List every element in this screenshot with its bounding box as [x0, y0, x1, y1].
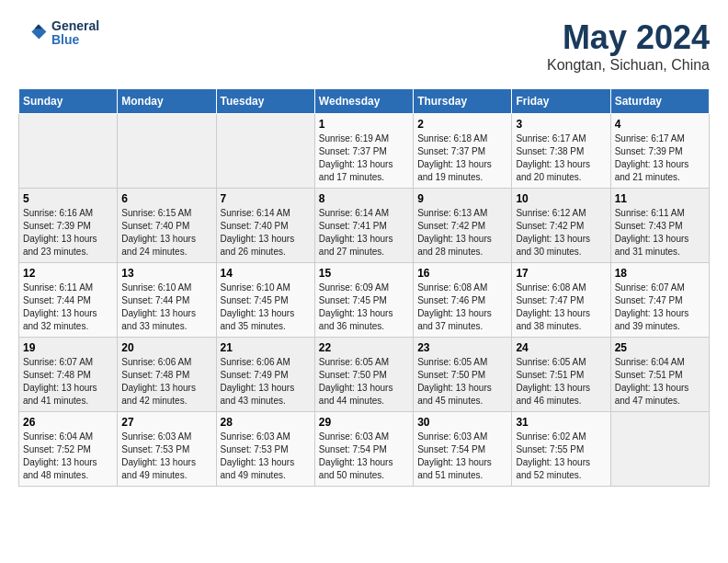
day-info: Sunrise: 6:05 AM Sunset: 7:50 PM Dayligh… [417, 356, 507, 408]
day-info: Sunrise: 6:05 AM Sunset: 7:51 PM Dayligh… [516, 356, 606, 408]
logo-line2: Blue [51, 33, 99, 47]
calendar-cell: 30Sunrise: 6:03 AM Sunset: 7:54 PM Dayli… [414, 412, 512, 487]
day-info: Sunrise: 6:06 AM Sunset: 7:48 PM Dayligh… [121, 356, 211, 408]
calendar-header: SundayMondayTuesdayWednesdayThursdayFrid… [19, 89, 710, 114]
day-number: 3 [516, 118, 606, 131]
day-number: 1 [319, 118, 409, 131]
calendar-cell: 3Sunrise: 6:17 AM Sunset: 7:38 PM Daylig… [512, 114, 610, 189]
day-info: Sunrise: 6:11 AM Sunset: 7:43 PM Dayligh… [615, 207, 705, 259]
logo: General Blue [18, 18, 99, 48]
weekday-header: Friday [512, 89, 610, 114]
day-number: 14 [221, 267, 311, 280]
calendar-cell [19, 114, 118, 189]
day-number: 13 [121, 267, 211, 280]
day-info: Sunrise: 6:11 AM Sunset: 7:44 PM Dayligh… [23, 282, 113, 333]
day-number: 11 [615, 192, 705, 205]
calendar-cell: 13Sunrise: 6:10 AM Sunset: 7:44 PM Dayli… [118, 263, 216, 338]
day-number: 17 [516, 267, 606, 280]
calendar-week-row: 5Sunrise: 6:16 AM Sunset: 7:39 PM Daylig… [19, 189, 710, 263]
day-number: 19 [23, 341, 113, 354]
day-info: Sunrise: 6:19 AM Sunset: 7:37 PM Dayligh… [319, 132, 409, 184]
calendar-cell: 1Sunrise: 6:19 AM Sunset: 7:37 PM Daylig… [314, 114, 413, 189]
calendar-week-row: 12Sunrise: 6:11 AM Sunset: 7:44 PM Dayli… [19, 263, 710, 338]
calendar-cell: 17Sunrise: 6:08 AM Sunset: 7:47 PM Dayli… [512, 263, 610, 338]
weekday-header: Thursday [414, 89, 512, 114]
subtitle: Kongtan, Sichuan, China [547, 57, 710, 74]
day-info: Sunrise: 6:06 AM Sunset: 7:49 PM Dayligh… [221, 356, 311, 408]
calendar-cell [610, 412, 709, 487]
calendar-week-row: 26Sunrise: 6:04 AM Sunset: 7:52 PM Dayli… [19, 412, 710, 487]
calendar-cell: 10Sunrise: 6:12 AM Sunset: 7:42 PM Dayli… [512, 189, 610, 263]
day-info: Sunrise: 6:10 AM Sunset: 7:45 PM Dayligh… [221, 282, 311, 333]
day-number: 24 [516, 341, 606, 354]
calendar-body: 1Sunrise: 6:19 AM Sunset: 7:37 PM Daylig… [19, 114, 710, 487]
day-info: Sunrise: 6:13 AM Sunset: 7:42 PM Dayligh… [417, 207, 507, 259]
day-info: Sunrise: 6:16 AM Sunset: 7:39 PM Dayligh… [23, 207, 113, 259]
day-number: 31 [516, 416, 606, 429]
day-number: 22 [319, 341, 409, 354]
calendar-cell [216, 114, 314, 189]
calendar-cell: 19Sunrise: 6:07 AM Sunset: 7:48 PM Dayli… [19, 338, 118, 412]
calendar-cell: 8Sunrise: 6:14 AM Sunset: 7:41 PM Daylig… [314, 189, 413, 263]
calendar-table: SundayMondayTuesdayWednesdayThursdayFrid… [18, 88, 710, 487]
calendar-cell: 26Sunrise: 6:04 AM Sunset: 7:52 PM Dayli… [19, 412, 118, 487]
calendar-cell: 31Sunrise: 6:02 AM Sunset: 7:55 PM Dayli… [512, 412, 610, 487]
day-info: Sunrise: 6:02 AM Sunset: 7:55 PM Dayligh… [516, 431, 606, 482]
title-block: May 2024 Kongtan, Sichuan, China [547, 18, 710, 74]
day-number: 21 [221, 341, 311, 354]
weekday-header: Saturday [610, 89, 709, 114]
weekday-header: Sunday [19, 89, 118, 114]
day-number: 18 [615, 267, 705, 280]
day-info: Sunrise: 6:07 AM Sunset: 7:47 PM Dayligh… [615, 282, 705, 333]
calendar-cell: 12Sunrise: 6:11 AM Sunset: 7:44 PM Dayli… [19, 263, 118, 338]
day-info: Sunrise: 6:09 AM Sunset: 7:45 PM Dayligh… [319, 282, 409, 333]
day-number: 23 [417, 341, 507, 354]
day-number: 28 [221, 416, 311, 429]
calendar-cell: 20Sunrise: 6:06 AM Sunset: 7:48 PM Dayli… [118, 338, 216, 412]
logo-text: General Blue [51, 19, 99, 48]
day-number: 26 [23, 416, 113, 429]
calendar-cell: 16Sunrise: 6:08 AM Sunset: 7:46 PM Dayli… [414, 263, 512, 338]
logo-icon [18, 18, 48, 48]
day-number: 29 [319, 416, 409, 429]
day-info: Sunrise: 6:03 AM Sunset: 7:53 PM Dayligh… [221, 431, 311, 482]
main-title: May 2024 [547, 18, 710, 57]
day-number: 30 [417, 416, 507, 429]
day-info: Sunrise: 6:03 AM Sunset: 7:53 PM Dayligh… [121, 431, 211, 482]
calendar-cell [118, 114, 216, 189]
day-info: Sunrise: 6:08 AM Sunset: 7:47 PM Dayligh… [516, 282, 606, 333]
day-number: 10 [516, 192, 606, 205]
calendar-cell: 18Sunrise: 6:07 AM Sunset: 7:47 PM Dayli… [610, 263, 709, 338]
calendar-cell: 5Sunrise: 6:16 AM Sunset: 7:39 PM Daylig… [19, 189, 118, 263]
calendar-cell: 25Sunrise: 6:04 AM Sunset: 7:51 PM Dayli… [610, 338, 709, 412]
weekday-header: Tuesday [216, 89, 314, 114]
weekday-header: Wednesday [314, 89, 413, 114]
page-header: General Blue May 2024 Kongtan, Sichuan, … [18, 18, 710, 74]
day-number: 15 [319, 267, 409, 280]
day-number: 7 [221, 192, 311, 205]
day-info: Sunrise: 6:17 AM Sunset: 7:39 PM Dayligh… [615, 132, 705, 184]
calendar-cell: 14Sunrise: 6:10 AM Sunset: 7:45 PM Dayli… [216, 263, 314, 338]
day-info: Sunrise: 6:14 AM Sunset: 7:40 PM Dayligh… [221, 207, 311, 259]
calendar-cell: 9Sunrise: 6:13 AM Sunset: 7:42 PM Daylig… [414, 189, 512, 263]
day-info: Sunrise: 6:04 AM Sunset: 7:51 PM Dayligh… [615, 356, 705, 408]
calendar-cell: 7Sunrise: 6:14 AM Sunset: 7:40 PM Daylig… [216, 189, 314, 263]
calendar-week-row: 19Sunrise: 6:07 AM Sunset: 7:48 PM Dayli… [19, 338, 710, 412]
calendar-cell: 29Sunrise: 6:03 AM Sunset: 7:54 PM Dayli… [314, 412, 413, 487]
logo-line1: General [51, 19, 99, 33]
day-info: Sunrise: 6:03 AM Sunset: 7:54 PM Dayligh… [417, 431, 507, 482]
day-info: Sunrise: 6:17 AM Sunset: 7:38 PM Dayligh… [516, 132, 606, 184]
calendar-cell: 28Sunrise: 6:03 AM Sunset: 7:53 PM Dayli… [216, 412, 314, 487]
calendar-cell: 27Sunrise: 6:03 AM Sunset: 7:53 PM Dayli… [118, 412, 216, 487]
day-number: 25 [615, 341, 705, 354]
calendar-cell: 22Sunrise: 6:05 AM Sunset: 7:50 PM Dayli… [314, 338, 413, 412]
day-info: Sunrise: 6:03 AM Sunset: 7:54 PM Dayligh… [319, 431, 409, 482]
day-info: Sunrise: 6:07 AM Sunset: 7:48 PM Dayligh… [23, 356, 113, 408]
day-info: Sunrise: 6:10 AM Sunset: 7:44 PM Dayligh… [121, 282, 211, 333]
weekday-row: SundayMondayTuesdayWednesdayThursdayFrid… [19, 89, 710, 114]
calendar-cell: 11Sunrise: 6:11 AM Sunset: 7:43 PM Dayli… [610, 189, 709, 263]
calendar-cell: 15Sunrise: 6:09 AM Sunset: 7:45 PM Dayli… [314, 263, 413, 338]
day-info: Sunrise: 6:04 AM Sunset: 7:52 PM Dayligh… [23, 431, 113, 482]
calendar-cell: 21Sunrise: 6:06 AM Sunset: 7:49 PM Dayli… [216, 338, 314, 412]
day-info: Sunrise: 6:15 AM Sunset: 7:40 PM Dayligh… [121, 207, 211, 259]
